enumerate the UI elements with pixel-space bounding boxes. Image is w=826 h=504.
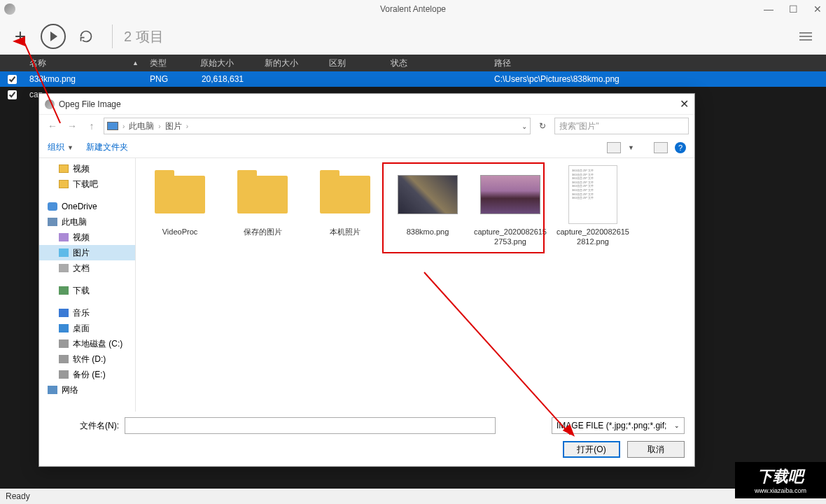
file-name: VideoProc bbox=[143, 227, 217, 237]
file-item[interactable]: 本机照片 bbox=[308, 165, 382, 247]
folder-icon bbox=[59, 248, 69, 257]
search-input[interactable]: 搜索"图片" bbox=[554, 118, 689, 134]
tree-item[interactable]: 文档 bbox=[39, 260, 135, 276]
folder-icon bbox=[59, 164, 69, 173]
new-folder-button[interactable]: 新建文件夹 bbox=[86, 141, 128, 153]
tree-item-label: 此电脑 bbox=[62, 216, 87, 228]
folder-icon bbox=[59, 264, 69, 272]
tree-item-label: OneDrive bbox=[62, 202, 97, 211]
tree-item[interactable]: 备份 (E:) bbox=[39, 367, 135, 382]
breadcrumb-dropdown-icon[interactable]: ⌄ bbox=[522, 122, 527, 130]
maximize-button[interactable]: ☐ bbox=[789, 4, 798, 15]
folder-icon bbox=[48, 218, 57, 226]
breadcrumb[interactable]: › 此电脑 › 图片 › ⌄ bbox=[104, 118, 531, 134]
titlebar: Voralent Antelope — ☐ ✕ bbox=[0, 0, 826, 18]
file-item[interactable]: VideoProc bbox=[143, 165, 217, 247]
tree-item-label: 本地磁盘 (C:) bbox=[73, 338, 122, 350]
file-thumbnail bbox=[314, 165, 376, 224]
divider bbox=[112, 24, 113, 48]
preview-pane-button[interactable] bbox=[654, 142, 668, 153]
dialog-title: Opeg File Image bbox=[59, 99, 121, 109]
tree-item-label: 图片 bbox=[73, 247, 90, 259]
folder-icon bbox=[59, 340, 69, 348]
file-thumbnail bbox=[232, 165, 293, 224]
tree-item-label: 视频 bbox=[73, 232, 90, 244]
nav-refresh-button[interactable]: ↻ bbox=[535, 121, 550, 131]
tree-item[interactable]: 桌面 bbox=[39, 321, 135, 336]
folder-icon bbox=[59, 309, 69, 317]
close-button[interactable]: ✕ bbox=[813, 4, 822, 15]
tree-item-label: 音乐 bbox=[73, 307, 90, 319]
cancel-button[interactable]: 取消 bbox=[627, 441, 685, 458]
item-count: 2 项目 bbox=[124, 27, 164, 46]
row-checkbox[interactable] bbox=[8, 90, 17, 99]
toolbar: + 2 项目 bbox=[0, 18, 826, 55]
file-grid: VideoProc保存的图片本机照片838kmo.pngcapture_2020… bbox=[136, 158, 694, 412]
col-new-size[interactable]: 新的大小 bbox=[259, 57, 323, 69]
statusbar: Ready bbox=[0, 489, 826, 504]
tree-item[interactable]: 此电脑 bbox=[39, 214, 135, 230]
pc-icon bbox=[107, 122, 118, 130]
folder-icon bbox=[59, 233, 69, 241]
row-checkbox[interactable] bbox=[8, 75, 17, 84]
nav-forward-button[interactable]: → bbox=[64, 120, 80, 132]
row-type: PNG bbox=[144, 74, 195, 84]
tree-item[interactable]: 软件 (D:) bbox=[39, 351, 135, 367]
col-original-size[interactable]: 原始大小 bbox=[195, 57, 259, 69]
breadcrumb-folder[interactable]: 图片 bbox=[165, 120, 182, 132]
chevron-down-icon: ▼ bbox=[67, 144, 74, 151]
run-button[interactable] bbox=[41, 24, 66, 49]
tree-item-label: 网络 bbox=[62, 384, 78, 396]
organize-button[interactable]: 组织 bbox=[48, 141, 64, 153]
watermark: 下载吧 www.xiazaiba.com bbox=[735, 462, 826, 498]
nav-back-button[interactable]: ← bbox=[45, 120, 60, 132]
col-status[interactable]: 状态 bbox=[385, 57, 489, 69]
file-item[interactable]: 360信息 ZIP 文件360信息 ZIP 文件360信息 ZIP 文件360信… bbox=[556, 165, 630, 247]
chevron-down-icon: ▼ bbox=[628, 144, 634, 151]
app-icon bbox=[4, 4, 15, 15]
filename-input[interactable] bbox=[125, 417, 496, 434]
file-name: capture_20200826152812.png bbox=[556, 227, 630, 247]
tree-item[interactable]: 音乐 bbox=[39, 305, 135, 321]
col-diff[interactable]: 区别 bbox=[323, 57, 385, 69]
help-icon[interactable]: ? bbox=[675, 142, 686, 153]
tree-item[interactable]: 下载 bbox=[39, 283, 135, 298]
file-name: 本机照片 bbox=[308, 227, 382, 237]
table-row[interactable]: 838kmo.png PNG 20,618,631 C:\Users\pc\Pi… bbox=[0, 71, 826, 87]
menu-button[interactable] bbox=[799, 30, 812, 43]
open-file-dialog: Opeg File Image ✕ ← → ↑ › 此电脑 › 图片 › ⌄ ↻… bbox=[38, 93, 695, 467]
tree-item[interactable]: 图片 bbox=[39, 245, 135, 260]
file-name: 保存的图片 bbox=[225, 227, 300, 237]
folder-icon bbox=[59, 355, 69, 363]
col-name[interactable]: 名称▲ bbox=[24, 57, 144, 69]
view-mode-button[interactable] bbox=[607, 142, 621, 153]
tree-item[interactable]: 视频 bbox=[39, 161, 135, 176]
tree-item-label: 下载吧 bbox=[73, 178, 98, 190]
tree-item-label: 软件 (D:) bbox=[73, 354, 106, 365]
tree-item[interactable]: 网络 bbox=[39, 382, 135, 398]
file-item[interactable]: 保存的图片 bbox=[225, 165, 300, 247]
tree-item-label: 下载 bbox=[73, 285, 90, 297]
file-thumbnail: 360信息 ZIP 文件360信息 ZIP 文件360信息 ZIP 文件360信… bbox=[562, 165, 624, 224]
folder-tree: 视频下载吧OneDrive此电脑视频图片文档下载音乐桌面本地磁盘 (C:)软件 … bbox=[39, 158, 136, 412]
dialog-close-button[interactable]: ✕ bbox=[680, 97, 689, 111]
minimize-button[interactable]: — bbox=[764, 4, 774, 15]
table-header: 名称▲ 类型 原始大小 新的大小 区别 状态 路径 bbox=[0, 55, 826, 71]
sort-asc-icon: ▲ bbox=[132, 59, 139, 66]
refresh-button[interactable] bbox=[76, 26, 97, 47]
nav-up-button[interactable]: ↑ bbox=[84, 120, 99, 132]
filename-label: 文件名(N): bbox=[49, 420, 125, 432]
open-button[interactable]: 打开(O) bbox=[563, 441, 620, 458]
breadcrumb-root[interactable]: 此电脑 bbox=[129, 120, 154, 132]
col-type[interactable]: 类型 bbox=[144, 57, 195, 69]
row-osize: 20,618,631 bbox=[195, 74, 259, 84]
tree-item-label: 视频 bbox=[73, 163, 90, 175]
tree-item[interactable]: 本地磁盘 (C:) bbox=[39, 336, 135, 351]
file-thumbnail bbox=[149, 165, 211, 224]
tree-item[interactable]: OneDrive bbox=[39, 199, 135, 214]
tree-item[interactable]: 下载吧 bbox=[39, 176, 135, 192]
tree-item[interactable]: 视频 bbox=[39, 230, 135, 245]
tree-item-label: 文档 bbox=[73, 262, 90, 274]
col-path[interactable]: 路径 bbox=[489, 57, 826, 69]
folder-icon bbox=[48, 386, 57, 394]
